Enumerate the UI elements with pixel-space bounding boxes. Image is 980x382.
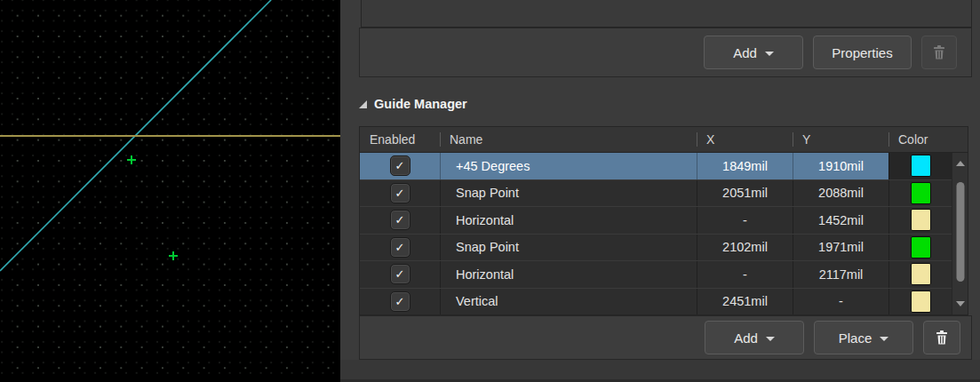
name-cell[interactable]: Vertical <box>440 289 697 315</box>
chevron-down-icon <box>765 52 774 56</box>
table-row[interactable]: ✓ +45 Degrees 1849mil 1910mil <box>360 153 952 179</box>
guide-y: 1971mil <box>818 240 864 254</box>
guide-table: Enabled Name X Y Color ✓ +45 Degrees 184… <box>359 126 968 315</box>
upper-list-remnant <box>361 0 972 28</box>
x-cell[interactable]: 2451mil <box>697 289 793 315</box>
table-row[interactable]: ✓ Horizontal - 2117mil <box>360 260 952 288</box>
guide-name: Snap Point <box>456 186 519 200</box>
enabled-cell: ✓ <box>360 207 440 234</box>
y-cell[interactable]: 2088mil <box>793 180 888 207</box>
enabled-cell: ✓ <box>360 289 440 315</box>
column-header-x[interactable]: X <box>697 127 793 152</box>
properties-button-label: Properties <box>832 45 892 60</box>
trash-icon <box>933 45 945 60</box>
enabled-checkbox[interactable]: ✓ <box>390 210 410 230</box>
color-cell <box>888 153 952 179</box>
x-cell[interactable]: - <box>697 207 793 234</box>
pcb-canvas[interactable] <box>0 0 340 382</box>
column-header-y[interactable]: Y <box>793 127 888 152</box>
column-header-enabled[interactable]: Enabled <box>360 127 440 152</box>
table-row[interactable]: ✓ Horizontal - 1452mil <box>360 206 952 234</box>
checkmark-icon: ✓ <box>395 295 405 308</box>
color-swatch[interactable] <box>911 290 931 313</box>
x-cell[interactable]: 2051mil <box>697 180 793 207</box>
chevron-down-icon <box>766 337 775 341</box>
color-swatch[interactable] <box>911 263 931 285</box>
snap-point-markers[interactable] <box>127 155 178 260</box>
enabled-checkbox[interactable]: ✓ <box>390 291 410 312</box>
guide-manager-section-header[interactable]: Guide Manager <box>359 97 467 111</box>
name-cell[interactable]: +45 Degrees <box>440 153 697 179</box>
name-cell[interactable]: Snap Point <box>440 180 697 207</box>
add-button-label: Add <box>733 45 757 60</box>
scroll-up-icon[interactable] <box>956 161 965 166</box>
trash-icon <box>936 330 948 345</box>
enabled-cell: ✓ <box>360 180 440 207</box>
guide-x: - <box>743 213 747 227</box>
place-dropdown-button[interactable]: Place <box>814 321 913 354</box>
pcb-editor-window: Add Properties Guid <box>0 0 980 382</box>
section-title: Guide Manager <box>374 97 467 111</box>
guide-x: 1849mil <box>722 159 768 173</box>
guide-y: 2088mil <box>818 186 864 200</box>
checkmark-icon: ✓ <box>395 213 405 227</box>
add-guide-dropdown-button[interactable]: Add <box>705 321 804 354</box>
guide-y: 1452mil <box>818 213 864 227</box>
table-scrollbar[interactable] <box>952 153 968 314</box>
name-cell[interactable]: Horizontal <box>440 261 697 288</box>
y-cell[interactable]: 1452mil <box>793 207 888 234</box>
collapse-triangle-icon[interactable] <box>359 100 367 108</box>
enabled-checkbox[interactable]: ✓ <box>390 237 410 258</box>
x-cell[interactable]: 2102mil <box>697 235 793 261</box>
checkmark-icon: ✓ <box>395 241 405 254</box>
enabled-checkbox[interactable]: ✓ <box>390 155 410 176</box>
table-row[interactable]: ✓ Vertical 2451mil - <box>360 288 952 315</box>
table-row[interactable]: ✓ Snap Point 2051mil 2088mil <box>360 179 952 207</box>
name-cell[interactable]: Horizontal <box>440 207 697 234</box>
color-swatch[interactable] <box>911 182 931 204</box>
x-cell[interactable]: 1849mil <box>697 153 793 179</box>
add-dropdown-button[interactable]: Add <box>704 36 803 69</box>
y-cell[interactable]: 2117mil <box>793 261 888 288</box>
guide-y: 1910mil <box>818 159 864 173</box>
color-cell <box>888 261 952 288</box>
guide-x: - <box>743 267 747 282</box>
column-header-name[interactable]: Name <box>440 127 697 152</box>
delete-guide-button[interactable] <box>923 321 960 354</box>
enabled-checkbox[interactable]: ✓ <box>390 183 410 203</box>
guide-manager-toolbar: Add Place <box>359 315 972 360</box>
x-cell[interactable]: - <box>697 261 793 288</box>
guide-name: Vertical <box>456 294 498 308</box>
guide-y: 2117mil <box>819 267 864 282</box>
y-cell[interactable]: 1910mil <box>793 153 888 179</box>
guide-table-rows: ✓ +45 Degrees 1849mil 1910mil ✓ Snap Poi… <box>360 153 952 314</box>
guide-name: +45 Degrees <box>456 159 530 173</box>
checkmark-icon: ✓ <box>395 159 405 172</box>
column-header-color[interactable]: Color <box>888 127 952 152</box>
color-cell <box>888 180 952 207</box>
guide-x: 2051mil <box>722 186 768 200</box>
color-cell <box>888 235 952 261</box>
enabled-checkbox[interactable]: ✓ <box>390 264 410 284</box>
guide-name: Snap Point <box>456 240 519 254</box>
chevron-down-icon <box>880 337 888 341</box>
enabled-cell: ✓ <box>360 235 440 261</box>
color-swatch[interactable] <box>911 236 931 259</box>
color-cell <box>888 207 952 234</box>
name-cell[interactable]: Snap Point <box>440 235 697 261</box>
y-cell[interactable]: - <box>793 289 888 315</box>
enabled-cell: ✓ <box>360 261 440 288</box>
guide-x: 2451mil <box>722 294 768 308</box>
checkmark-icon: ✓ <box>395 187 405 200</box>
scrollbar-thumb[interactable] <box>956 182 964 282</box>
color-swatch[interactable] <box>911 155 931 177</box>
table-row[interactable]: ✓ Snap Point 2102mil 1971mil <box>360 234 952 261</box>
properties-button[interactable]: Properties <box>813 36 912 69</box>
scroll-down-icon[interactable] <box>956 301 965 306</box>
upper-section-toolbar: Add Properties <box>359 28 972 77</box>
guide-x: 2102mil <box>722 240 768 254</box>
color-swatch[interactable] <box>911 209 931 231</box>
place-button-label: Place <box>839 330 872 346</box>
y-cell[interactable]: 1971mil <box>793 235 888 261</box>
guide-name: Horizontal <box>456 213 514 227</box>
